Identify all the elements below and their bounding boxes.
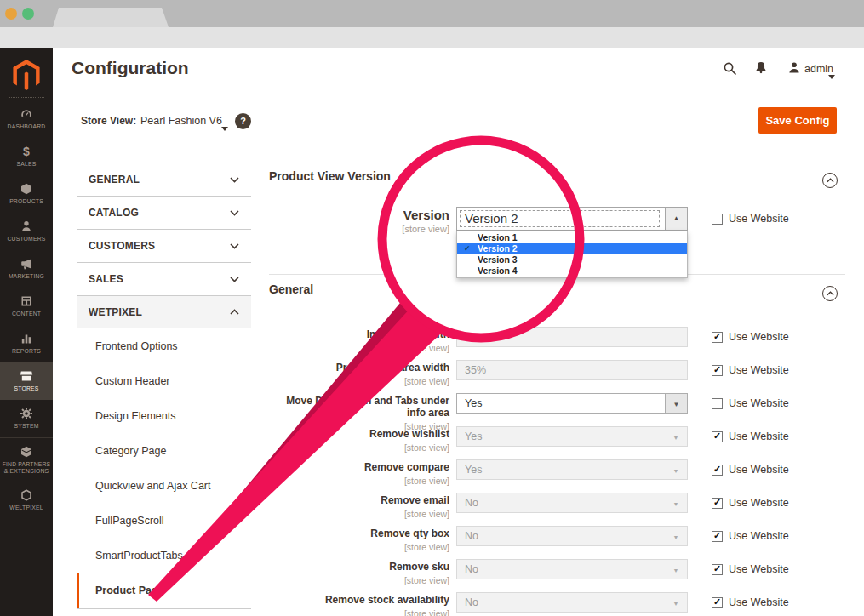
field-scope: [store view] [269,542,449,552]
chevron-down-icon [230,210,239,216]
sidebar-item-weltpixel[interactable]: WELTPIXEL [0,482,53,519]
subnav-item-design-elements[interactable]: Design Elements [77,399,251,434]
field-label: Remove wishlist [269,429,449,441]
use-website-label: Use Website [729,213,789,225]
sidebar-item-stores[interactable]: STORES [0,362,53,400]
sidebar-item-label: WELTPIXEL [2,505,51,511]
select-arrow-button[interactable]: ▼ [665,427,687,446]
general-row: Remove sku [store view] No ▼ Use Website [269,559,845,592]
subnav-item-custom-header[interactable]: Custom Header [77,364,251,399]
config-section-wetpixel[interactable]: WETPIXEL [77,295,251,328]
field-value: No [465,497,478,509]
select-arrow-button[interactable]: ▼ [665,493,687,512]
use-website-checkbox[interactable] [712,531,723,542]
use-website-checkbox[interactable] [712,398,723,409]
use-website-checkbox[interactable] [712,564,723,575]
field-input[interactable]: No ▼ [456,493,688,513]
use-website-checkbox[interactable] [712,214,723,225]
svg-text:$: $ [23,145,30,158]
field-input[interactable]: 35% ▼ [456,360,688,380]
field-value: No [465,530,478,542]
minimize-traffic-light[interactable] [5,8,17,20]
use-website-checkbox[interactable] [712,365,723,376]
sidebar-item-sales[interactable]: $ SALES [0,138,53,175]
dropdown-option[interactable]: Version 4 [457,265,687,277]
sidebar-item-system[interactable]: SYSTEM [0,400,53,437]
field-label: Remove sku [269,562,449,573]
select-arrow-button[interactable]: ▼ [665,593,687,612]
field-label: Remove qty box [269,528,449,540]
select-arrow-button[interactable]: ▼ [665,460,687,479]
use-website-label: Use Website [729,563,789,575]
use-website-checkbox[interactable] [712,431,723,442]
field-input[interactable]: ▼ [456,327,688,347]
chevron-down-icon: ▼ [673,534,679,540]
sidebar-item-reports[interactable]: REPORTS [0,325,53,362]
subnav-item-smartproducttabs[interactable]: SmartProductTabs [77,539,251,573]
use-website-label: Use Website [729,596,789,608]
use-website-checkbox[interactable] [712,332,723,343]
select-arrow-button[interactable]: ▲ [665,208,687,230]
chevron-down-icon: ▼ [673,601,679,607]
config-section-general[interactable]: GENERAL [77,163,251,196]
select-arrow-button[interactable]: ▼ [665,527,687,545]
field-value: No [465,596,478,608]
weltpixel-icon [20,488,33,502]
subnav-item-frontend-options[interactable]: Frontend Options [77,329,251,364]
zoom-traffic-light[interactable] [22,8,34,20]
subnav-item-category-page[interactable]: Category Page [77,434,251,469]
sidebar-item-find-partners[interactable]: FIND PARTNERS & EXTENSIONS [0,437,53,482]
field-input[interactable]: Yes ▼ [456,426,688,447]
help-icon[interactable]: ? [235,113,251,129]
store-view-selector[interactable]: Pearl Fashion V6 [140,115,222,127]
magento-logo[interactable] [0,55,53,94]
dropdown-option[interactable]: Version 1 [457,232,687,243]
sidebar-item-dashboard[interactable]: DASHBOARD [0,100,53,138]
general-row: Move Description and Tabs under info are… [269,393,845,426]
subnav-item-product-page[interactable]: Product Page [77,573,251,608]
sidebar-item-products[interactable]: PRODUCTS [0,175,53,213]
browser-tab[interactable] [53,8,169,27]
field-input[interactable]: No ▼ [456,592,688,613]
sidebar-item-customers[interactable]: CUSTOMERS [0,213,53,250]
sidebar-item-label: CONTENT [2,311,51,317]
config-section-customers[interactable]: CUSTOMERS [77,229,251,262]
section-label: GENERAL [89,174,140,185]
config-subnav: Frontend Options Custom Header Design El… [77,329,251,609]
page-title: Configuration [72,58,189,78]
use-website-group: Use Website [712,213,789,225]
config-section-sales[interactable]: SALES [77,262,251,295]
use-website-checkbox[interactable] [712,498,723,509]
general-row: Remove email [store view] No ▼ Use Websi… [269,493,845,526]
select-arrow-button[interactable]: ▼ [665,560,687,579]
field-label: Image area width [269,329,449,341]
use-website-checkbox[interactable] [712,465,723,476]
dropdown-option-selected[interactable]: Version 2 [457,243,687,254]
dropdown-option[interactable]: Version 3 [457,254,687,265]
general-row: Image area width [store view] ▼ Use Webs… [269,327,845,360]
subnav-item-quickview[interactable]: Quickview and Ajax Cart [77,469,251,504]
field-input[interactable]: Yes ▼ [456,393,688,414]
field-label: Move Description and Tabs under info are… [269,396,449,419]
use-website-checkbox[interactable] [712,597,723,608]
field-input[interactable]: Yes ▼ [456,459,688,480]
config-section-catalog[interactable]: CATALOG [77,196,251,229]
use-website-label: Use Website [729,431,789,442]
sidebar-item-content[interactable]: CONTENT [0,288,53,325]
field-label: Version [269,208,449,222]
use-website-label: Use Website [729,464,789,476]
section-label: SALES [89,273,123,285]
field-input[interactable]: No ▼ [456,526,688,546]
use-website-label: Use Website [729,530,789,542]
sidebar-item-marketing[interactable]: MARKETING [0,250,53,288]
section-label: CUSTOMERS [89,240,155,252]
field-value: 35% [465,364,486,376]
version-select[interactable]: Version 2 ▲ [456,207,688,231]
version-select-value: Version 2 [465,211,518,225]
select-arrow-button[interactable]: ▼ [665,394,687,413]
admin-sidebar: DASHBOARD $ SALES PRODUCTS CUSTOMERS MAR… [0,48,53,616]
field-label: Remove stock availability [269,595,449,607]
version-field-label-block: Version [store view] [269,208,449,234]
field-input[interactable]: No ▼ [456,559,688,579]
subnav-item-fullpagescroll[interactable]: FullPageScroll [77,504,251,539]
